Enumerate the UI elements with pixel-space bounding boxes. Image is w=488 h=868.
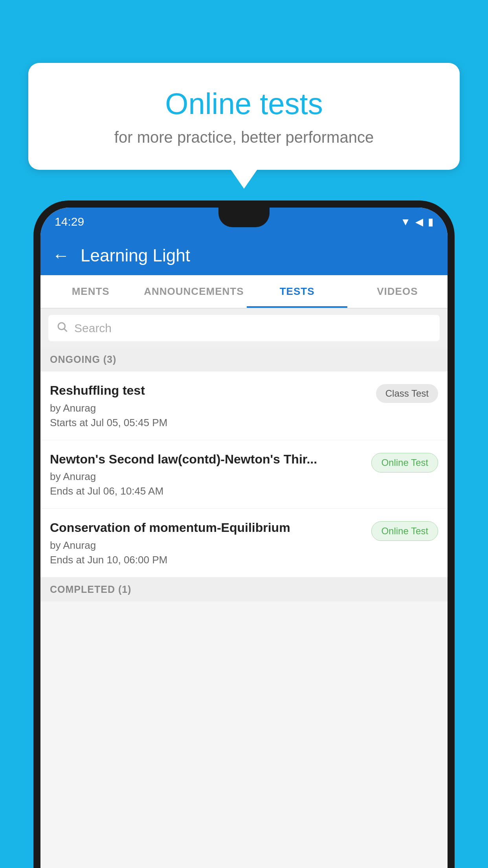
back-button[interactable]: ← bbox=[52, 246, 70, 265]
test-date-3: Ends at Jun 10, 06:00 PM bbox=[50, 554, 365, 566]
app-title: Learning Light bbox=[81, 246, 190, 265]
svg-line-1 bbox=[64, 329, 67, 332]
status-time: 14:29 bbox=[55, 215, 84, 228]
phone-screen: 14:29 ▼ ◀ ▮ ← Learning Light MENTS ANNOU… bbox=[40, 208, 448, 868]
wifi-icon: ▼ bbox=[400, 216, 411, 228]
tab-announcements[interactable]: ANNOUNCEMENTS bbox=[141, 275, 247, 308]
phone-notch bbox=[218, 208, 270, 227]
test-badge-3: Online Test bbox=[371, 521, 438, 541]
bubble-title: Online tests bbox=[44, 86, 444, 121]
bubble-subtitle: for more practice, better performance bbox=[44, 129, 444, 146]
test-badge-2: Online Test bbox=[371, 453, 438, 473]
completed-label: COMPLETED (1) bbox=[50, 584, 131, 595]
status-icons: ▼ ◀ ▮ bbox=[400, 216, 433, 228]
test-name-2: Newton's Second law(contd)-Newton's Thir… bbox=[50, 451, 365, 468]
app-header: ← Learning Light bbox=[40, 236, 448, 275]
test-date-2: Ends at Jul 06, 10:45 AM bbox=[50, 485, 365, 497]
tab-videos[interactable]: VIDEOS bbox=[347, 275, 448, 308]
test-author-1: by Anurag bbox=[50, 402, 370, 414]
test-author-3: by Anurag bbox=[50, 539, 365, 552]
test-name-3: Conservation of momentum-Equilibrium bbox=[50, 520, 365, 536]
test-name-1: Reshuffling test bbox=[50, 383, 370, 399]
phone-frame: 14:29 ▼ ◀ ▮ ← Learning Light MENTS ANNOU… bbox=[33, 200, 455, 868]
test-list: Reshuffling test by Anurag Starts at Jul… bbox=[40, 371, 448, 577]
svg-point-0 bbox=[58, 323, 65, 330]
search-placeholder: Search bbox=[74, 322, 112, 335]
test-item-1[interactable]: Reshuffling test by Anurag Starts at Jul… bbox=[40, 371, 448, 440]
ongoing-section-header: ONGOING (3) bbox=[40, 348, 448, 371]
test-item-3[interactable]: Conservation of momentum-Equilibrium by … bbox=[40, 509, 448, 577]
ongoing-label: ONGOING (3) bbox=[50, 354, 116, 365]
battery-icon: ▮ bbox=[428, 216, 433, 228]
test-info-2: Newton's Second law(contd)-Newton's Thir… bbox=[50, 451, 365, 498]
test-info-3: Conservation of momentum-Equilibrium by … bbox=[50, 520, 365, 566]
search-container: Search bbox=[40, 309, 448, 348]
test-badge-1: Class Test bbox=[376, 384, 438, 403]
test-item-2[interactable]: Newton's Second law(contd)-Newton's Thir… bbox=[40, 440, 448, 509]
speech-bubble: Online tests for more practice, better p… bbox=[28, 63, 460, 170]
test-date-1: Starts at Jul 05, 05:45 PM bbox=[50, 417, 370, 429]
completed-section-header: COMPLETED (1) bbox=[40, 577, 448, 601]
signal-icon: ◀ bbox=[415, 216, 423, 228]
test-info-1: Reshuffling test by Anurag Starts at Jul… bbox=[50, 383, 370, 429]
search-icon bbox=[56, 320, 68, 336]
tab-ments[interactable]: MENTS bbox=[40, 275, 141, 308]
speech-bubble-container: Online tests for more practice, better p… bbox=[28, 63, 460, 170]
search-bar[interactable]: Search bbox=[48, 315, 440, 341]
test-author-2: by Anurag bbox=[50, 471, 365, 483]
tabs-bar: MENTS ANNOUNCEMENTS TESTS VIDEOS bbox=[40, 275, 448, 309]
tab-tests[interactable]: TESTS bbox=[247, 275, 347, 308]
